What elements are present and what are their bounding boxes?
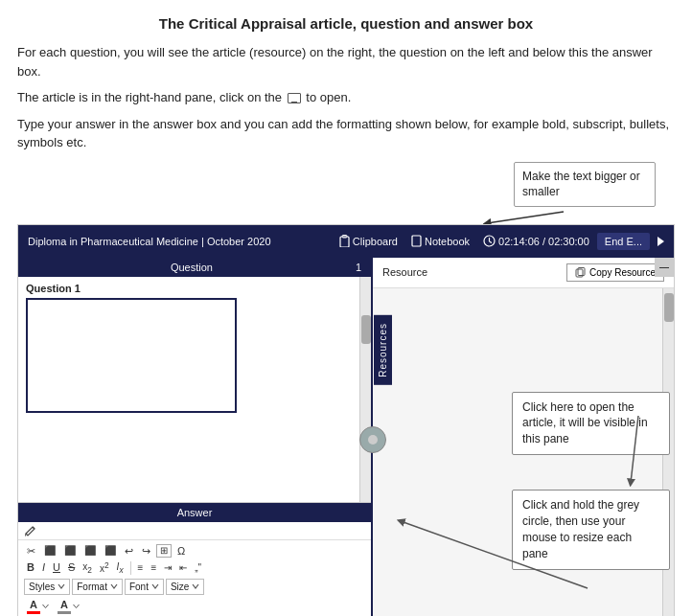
superscript-btn[interactable]: x2: [97, 560, 112, 575]
pencil-icon: [24, 524, 37, 537]
svg-line-0: [487, 212, 564, 223]
tb-separator-1: [130, 561, 131, 575]
notebook-icon: [411, 235, 422, 247]
toolbar-area: ✂ ⬛ ⬛ ⬛ ⬛ ↩ ↪ ⊞ Ω: [18, 539, 371, 616]
omega-btn[interactable]: Ω: [174, 545, 188, 558]
svg-line-7: [33, 527, 35, 529]
list-ol-btn[interactable]: ≡: [148, 562, 159, 574]
subscript-btn[interactable]: x2: [80, 561, 95, 575]
timer-nav: 02:14:06 / 02:30:00: [483, 235, 589, 247]
intro2-pre: The article is in the right-hand pane, c…: [17, 90, 286, 104]
styles-dropdown[interactable]: Styles: [24, 579, 70, 595]
strike-btn[interactable]: S: [65, 561, 78, 574]
intro-paragraph-2: The article is in the right-hand pane, c…: [17, 88, 675, 107]
styles-dropdown-arrow: [58, 583, 65, 589]
toolbar-row1: ✂ ⬛ ⬛ ⬛ ⬛ ↩ ↪ ⊞ Ω: [24, 544, 365, 558]
pencil-row: [18, 522, 371, 539]
format-dropdown[interactable]: Format: [72, 579, 123, 595]
font-color-btn[interactable]: A: [24, 598, 52, 615]
font-dropdown-arrow: [151, 583, 159, 589]
question-number: 1: [356, 262, 361, 273]
resize-handle[interactable]: [359, 426, 386, 453]
copy-btn[interactable]: ⬛: [41, 545, 58, 557]
size-dropdown-arrow: [192, 583, 199, 589]
font-color-dropdown-arrow: [42, 604, 49, 608]
bold-btn[interactable]: B: [24, 561, 37, 574]
intro-paragraph-3: Type your answer in the answer box and y…: [17, 115, 675, 152]
resource-header: Resource Copy Resource: [373, 258, 674, 288]
paste-btn[interactable]: ⬛: [61, 545, 79, 557]
clear-format-btn[interactable]: Ix: [114, 561, 127, 575]
top-bar-title: Diploma in Pharmaceutical Medicine | Oct…: [28, 236, 332, 247]
answer-header: Answer: [18, 503, 371, 522]
answer-section: Answer ✂ ⬛ ⬛ ⬛ ⬛ ↩: [18, 502, 371, 616]
paste3-btn[interactable]: ⬛: [102, 545, 119, 557]
intro-paragraph-1: For each question, you will see the arti…: [17, 43, 675, 80]
resource-scrollbar-thumb: [664, 293, 674, 322]
underline-btn[interactable]: U: [50, 561, 63, 574]
top-bar-nav: Clipboard Notebook 02:14:06 / 02:30:00: [339, 235, 589, 247]
font-dropdown[interactable]: Font: [125, 579, 164, 595]
svg-rect-3: [412, 236, 421, 246]
color-underline-red: [27, 611, 40, 614]
undo-btn[interactable]: ↩: [122, 545, 136, 558]
question-content-area: Question 1: [18, 277, 359, 419]
copy-icon: [575, 267, 586, 278]
page-title: The Critical Appraisal article, question…: [17, 15, 675, 32]
question-header: Question 1: [18, 258, 371, 277]
callout-open-article: Click here to open the article, it will …: [512, 392, 670, 455]
arrow-right-icon: [657, 237, 664, 246]
end-exam-btn[interactable]: End E...: [597, 233, 650, 250]
notebook-nav[interactable]: Notebook: [411, 235, 470, 247]
list-ul-btn[interactable]: ≡: [135, 562, 147, 574]
highlight-color-dropdown-arrow: [73, 604, 80, 608]
svg-line-6: [490, 241, 493, 243]
svg-rect-1: [340, 237, 349, 247]
color-underline-gray: [58, 611, 71, 614]
toolbar-row2: B I U S x2 x2 Ix ≡ ≡ ⇥: [24, 560, 365, 575]
scrollbar-thumb: [361, 315, 371, 344]
clipboard-nav[interactable]: Clipboard: [339, 235, 398, 247]
question-label: Question: [28, 262, 356, 273]
copy-resource-btn[interactable]: Copy Resource: [566, 263, 664, 282]
left-pane: Question 1 Resources Question 1: [18, 258, 373, 617]
size-dropdown[interactable]: Size: [166, 579, 204, 595]
highlight-color-btn[interactable]: A: [55, 598, 82, 615]
italic-btn[interactable]: I: [39, 561, 48, 574]
question-scrollbar[interactable]: [359, 277, 371, 503]
minimize-btn[interactable]: —: [655, 258, 674, 277]
svg-line-8: [26, 534, 27, 536]
question-box: [26, 298, 237, 413]
blockquote-btn[interactable]: „": [192, 562, 204, 574]
clock-icon: [483, 235, 496, 247]
question-item-label: Question 1: [26, 283, 352, 294]
resource-label: Resource: [382, 266, 427, 278]
dedent-btn[interactable]: ⇤: [176, 562, 190, 574]
redo-btn[interactable]: ↪: [139, 545, 153, 558]
table-btn[interactable]: ⊞: [156, 544, 172, 558]
top-bar: Diploma in Pharmaceutical Medicine | Oct…: [18, 225, 674, 258]
callout-resize: Click and hold the grey circle, then use…: [512, 490, 670, 569]
cut-btn[interactable]: ✂: [24, 545, 38, 558]
resize-handle-inner: [368, 435, 378, 445]
toolbar-row3: Styles Format Font: [24, 579, 365, 595]
indent-btn[interactable]: ⇥: [161, 562, 174, 574]
format-dropdown-arrow: [110, 583, 118, 589]
callout-text-size: Make the text bigger or smaller: [514, 162, 656, 208]
color-row: A A: [24, 598, 365, 615]
monitor-icon: [288, 93, 301, 103]
paste2-btn[interactable]: ⬛: [81, 545, 99, 557]
clipboard-icon: [339, 235, 350, 247]
intro2-post: to open.: [303, 90, 352, 104]
resources-tab[interactable]: Resources: [374, 315, 392, 385]
